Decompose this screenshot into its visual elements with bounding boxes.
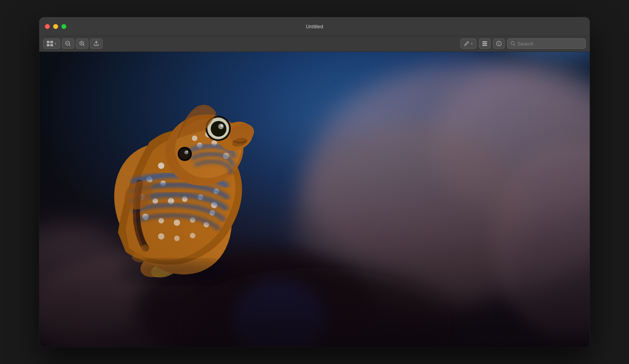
- svg-rect-13: [482, 45, 487, 46]
- search-field[interactable]: [507, 38, 586, 49]
- share-button[interactable]: [90, 38, 103, 49]
- toolbar-right: ▾: [460, 38, 586, 49]
- svg-line-18: [514, 45, 515, 46]
- svg-point-17: [511, 42, 514, 45]
- svg-line-10: [83, 45, 85, 46]
- svg-point-16: [498, 42, 499, 43]
- info-button[interactable]: [493, 38, 505, 49]
- minimize-button[interactable]: [53, 24, 58, 29]
- toolbar-left: ▾: [43, 38, 458, 49]
- pen-chevron-down-icon: ▾: [471, 42, 473, 46]
- close-button[interactable]: [45, 24, 50, 29]
- zoom-in-icon: [79, 41, 85, 46]
- svg-rect-0: [47, 41, 50, 43]
- svg-rect-1: [50, 41, 53, 43]
- search-input[interactable]: [517, 41, 582, 47]
- titlebar: Untitled: [39, 17, 590, 36]
- app-window: Untitled ▾: [39, 17, 590, 347]
- search-icon: [511, 41, 515, 46]
- svg-rect-3: [50, 44, 53, 46]
- layers-icon: [482, 41, 488, 46]
- toolbar: ▾: [39, 36, 590, 52]
- pen-tool-button[interactable]: ▾: [460, 38, 476, 49]
- svg-line-6: [69, 45, 70, 46]
- info-icon: [496, 41, 502, 46]
- zoom-out-button[interactable]: [62, 38, 74, 49]
- maximize-button[interactable]: [61, 24, 66, 29]
- fish-image: [39, 52, 590, 347]
- share-icon: [94, 41, 99, 46]
- window-title: Untitled: [66, 24, 563, 29]
- svg-rect-2: [47, 44, 50, 46]
- chevron-down-icon: ▾: [55, 42, 57, 46]
- view-toggle-button[interactable]: ▾: [43, 38, 60, 49]
- traffic-lights: [45, 24, 66, 29]
- zoom-in-button[interactable]: [76, 38, 88, 49]
- svg-rect-12: [482, 43, 487, 44]
- view-icon: [47, 41, 53, 46]
- layers-button[interactable]: [479, 38, 491, 49]
- svg-rect-80: [39, 52, 590, 347]
- image-area: [39, 52, 590, 347]
- pen-icon: [464, 41, 469, 46]
- svg-rect-11: [482, 41, 487, 42]
- zoom-out-icon: [65, 41, 71, 46]
